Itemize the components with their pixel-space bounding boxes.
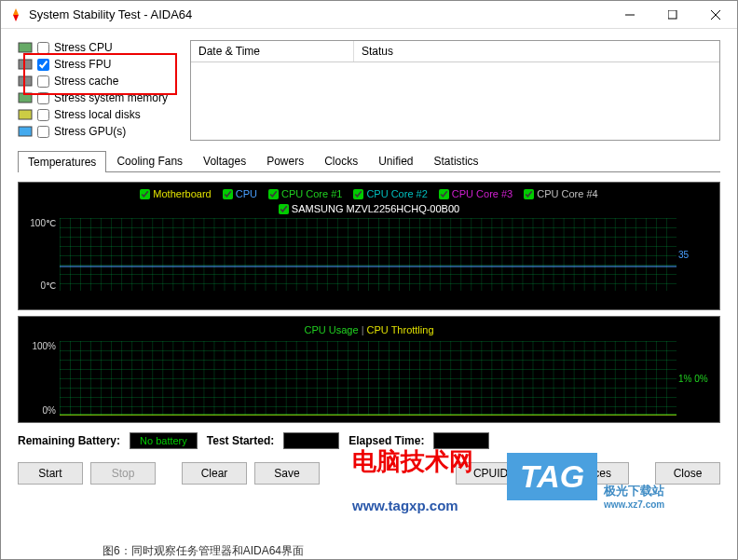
battery-value: No battery — [130, 432, 198, 449]
svg-rect-1 — [668, 10, 676, 19]
tab-unified[interactable]: Unified — [368, 150, 423, 171]
temp-legend: MotherboardCPUCPU Core #1CPU Core #2CPU … — [26, 186, 712, 201]
minimize-button[interactable] — [608, 1, 651, 29]
legend-checkbox[interactable] — [140, 189, 150, 199]
stress-checkbox-1[interactable] — [37, 59, 49, 71]
cpuid-button[interactable]: CPUID — [456, 462, 526, 485]
app-icon — [8, 7, 23, 22]
clear-button[interactable]: Clear — [182, 462, 247, 485]
stress-label: Stress FPU — [54, 58, 111, 71]
temp-y-axis: 100℃ 0℃ — [26, 218, 60, 291]
stress-item-0: Stress CPU — [18, 40, 181, 55]
temp-grid — [60, 218, 676, 291]
legend-item[interactable]: CPU Core #1 — [268, 188, 342, 199]
usage-grid — [60, 341, 676, 416]
legend-item[interactable]: Motherboard — [140, 188, 211, 199]
legend-checkbox[interactable] — [268, 189, 279, 199]
tab-cooling-fans[interactable]: Cooling Fans — [106, 150, 193, 171]
battery-label: Remaining Battery: — [18, 434, 120, 447]
content-area: Stress CPU Stress FPU Stress cache Stres… — [1, 29, 737, 559]
elapsed-value — [433, 432, 489, 449]
log-panel: Date & Time Status — [190, 40, 720, 141]
usage-y-axis: 100% 0% — [26, 341, 60, 416]
log-col-datetime: Date & Time — [191, 41, 354, 61]
stress-checkbox-4[interactable] — [37, 109, 49, 121]
legend-item[interactable]: SAMSUNG MZVL2256HCHQ-00B00 — [279, 203, 459, 214]
legend-item[interactable]: CPU — [223, 188, 257, 199]
usage-current-values: 1% 0% — [676, 341, 712, 416]
tab-temperatures[interactable]: Temperatures — [18, 151, 106, 172]
stress-icon — [18, 75, 33, 87]
started-value — [283, 432, 339, 449]
stress-item-1: Stress FPU — [18, 57, 181, 72]
temperature-graph: MotherboardCPUCPU Core #1CPU Core #2CPU … — [18, 182, 720, 310]
close-dialog-button[interactable]: Close — [655, 462, 720, 485]
window-controls — [608, 1, 737, 29]
top-row: Stress CPU Stress FPU Stress cache Stres… — [18, 40, 720, 141]
temp-graph-body: 100℃ 0℃ 35 — [26, 218, 712, 291]
tab-powers[interactable]: Powers — [256, 150, 314, 171]
started-label: Test Started: — [207, 434, 274, 447]
temp-legend-2: SAMSUNG MZVL2256HCHQ-00B00 — [26, 201, 712, 216]
stress-icon — [18, 92, 33, 103]
stress-item-2: Stress cache — [18, 74, 181, 89]
main-window: System Stability Test - AIDA64 Stress CP… — [0, 0, 738, 560]
tab-statistics[interactable]: Statistics — [424, 150, 489, 171]
temp-y-max: 100℃ — [26, 218, 56, 228]
close-button[interactable] — [694, 1, 737, 29]
svg-rect-9 — [19, 127, 32, 136]
stress-item-3: Stress system memory — [18, 90, 181, 105]
stress-icon — [18, 126, 33, 137]
svg-rect-8 — [19, 110, 32, 119]
usage-graph-body: 100% 0% 1% 0% — [26, 341, 712, 416]
usage-y-max: 100% — [26, 341, 56, 351]
maximize-button[interactable] — [651, 1, 694, 29]
temp-current-values: 35 — [676, 218, 712, 291]
stress-item-4: Stress local disks — [18, 107, 181, 122]
legend-checkbox[interactable] — [524, 189, 534, 199]
usage-y-min: 0% — [26, 405, 56, 416]
log-col-status: Status — [354, 41, 401, 61]
start-button[interactable]: Start — [18, 462, 83, 485]
save-button[interactable]: Save — [254, 462, 320, 485]
stress-item-5: Stress GPU(s) — [18, 124, 181, 139]
stress-label: Stress CPU — [54, 41, 113, 54]
stop-button[interactable]: Stop — [90, 462, 156, 485]
stress-checkbox-2[interactable] — [37, 75, 49, 88]
log-header: Date & Time Status — [191, 41, 719, 62]
titlebar: System Stability Test - AIDA64 — [1, 1, 737, 29]
stress-checkbox-5[interactable] — [37, 126, 49, 138]
stress-options: Stress CPU Stress FPU Stress cache Stres… — [18, 40, 181, 141]
legend-checkbox[interactable] — [223, 189, 233, 199]
button-row: Start Stop Clear Save CPUID Preferences … — [18, 458, 720, 488]
stress-icon — [18, 42, 33, 53]
status-row: Remaining Battery: No battery Test Start… — [18, 429, 720, 453]
stress-icon — [18, 59, 33, 70]
legend-checkbox[interactable] — [439, 189, 449, 199]
preferences-button[interactable]: Preferences — [533, 462, 629, 485]
tab-voltages[interactable]: Voltages — [193, 150, 256, 171]
graph-area: MotherboardCPUCPU Core #1CPU Core #2CPU … — [18, 182, 720, 423]
legend-checkbox[interactable] — [353, 189, 363, 199]
stress-label: Stress cache — [54, 75, 118, 88]
svg-rect-4 — [19, 43, 32, 52]
stress-label: Stress GPU(s) — [54, 125, 126, 138]
svg-rect-6 — [19, 76, 32, 86]
stress-checkbox-3[interactable] — [37, 92, 49, 104]
legend-item[interactable]: CPU Core #4 — [524, 188, 597, 199]
elapsed-label: Elapsed Time: — [348, 434, 424, 447]
window-title: System Stability Test - AIDA64 — [29, 7, 608, 21]
temp-y-min: 0℃ — [26, 280, 56, 291]
legend-item[interactable]: CPU Core #2 — [353, 188, 427, 199]
stress-label: Stress system memory — [54, 91, 168, 104]
tab-clocks[interactable]: Clocks — [314, 150, 368, 171]
legend-checkbox[interactable] — [279, 204, 289, 214]
usage-legend: CPU Usage | CPU Throttling — [26, 321, 712, 339]
stress-checkbox-0[interactable] — [37, 42, 49, 54]
figure-caption: 图6：同时观察任务管理器和AIDA64界面 — [102, 543, 304, 559]
stress-label: Stress local disks — [54, 108, 141, 121]
legend-item[interactable]: CPU Core #3 — [439, 188, 512, 199]
stress-icon — [18, 109, 33, 120]
svg-rect-10 — [60, 218, 676, 291]
tab-bar: TemperaturesCooling FansVoltagesPowersCl… — [18, 150, 720, 172]
